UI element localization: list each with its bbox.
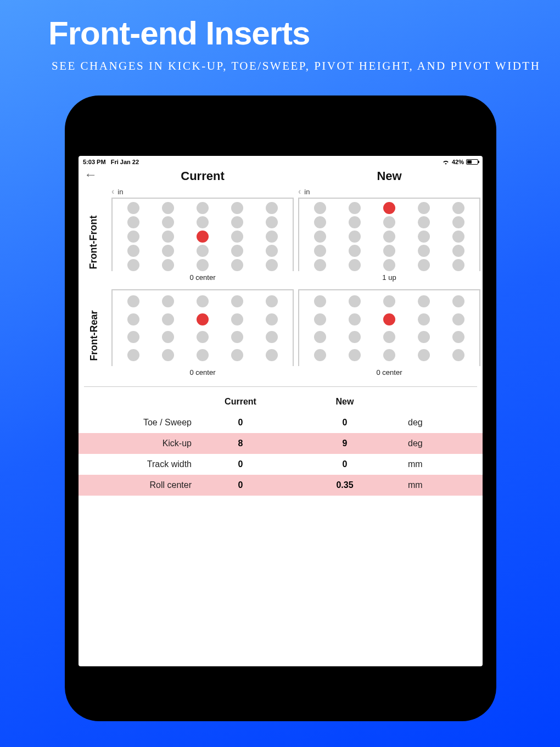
insert-dot[interactable] <box>197 295 209 307</box>
insert-dot[interactable] <box>418 349 430 361</box>
insert-dot[interactable] <box>349 331 361 343</box>
insert-dot[interactable] <box>349 231 361 243</box>
insert-dot[interactable] <box>383 259 395 271</box>
insert-dot[interactable] <box>266 259 278 271</box>
zoom-in-current[interactable]: ‹ in <box>109 187 296 196</box>
insert-dot[interactable] <box>162 313 174 325</box>
insert-dot[interactable] <box>266 313 278 325</box>
insert-dot[interactable] <box>452 331 464 343</box>
insert-dot[interactable] <box>127 216 139 228</box>
insert-dot[interactable] <box>127 313 139 325</box>
insert-dot[interactable] <box>162 331 174 343</box>
insert-dot[interactable] <box>418 313 430 325</box>
insert-dot[interactable] <box>383 313 395 325</box>
insert-dot[interactable] <box>383 231 395 243</box>
insert-dot[interactable] <box>349 295 361 307</box>
insert-dot[interactable] <box>418 259 430 271</box>
insert-dot[interactable] <box>127 231 139 243</box>
insert-dot[interactable] <box>418 245 430 257</box>
insert-dot[interactable] <box>452 202 464 214</box>
insert-dot[interactable] <box>314 231 326 243</box>
insert-dot[interactable] <box>349 259 361 271</box>
insert-grid-front-rear-current[interactable] <box>111 289 294 366</box>
insert-dot[interactable] <box>231 349 243 361</box>
insert-dot[interactable] <box>197 202 209 214</box>
insert-dot[interactable] <box>314 216 326 228</box>
insert-grid-front-rear-new[interactable] <box>298 289 480 366</box>
caption-ff-new: 1 up <box>298 273 480 282</box>
insert-dot[interactable] <box>231 202 243 214</box>
insert-dot[interactable] <box>231 245 243 257</box>
insert-dot[interactable] <box>383 295 395 307</box>
row-unit: mm <box>402 459 483 469</box>
insert-dot[interactable] <box>314 202 326 214</box>
insert-dot[interactable] <box>127 245 139 257</box>
insert-dot[interactable] <box>452 245 464 257</box>
insert-dot[interactable] <box>452 313 464 325</box>
insert-dot[interactable] <box>452 216 464 228</box>
insert-dot[interactable] <box>231 331 243 343</box>
insert-dot[interactable] <box>127 259 139 271</box>
insert-dot[interactable] <box>314 259 326 271</box>
insert-dot[interactable] <box>452 349 464 361</box>
insert-grid-front-front-new[interactable] <box>298 198 480 271</box>
insert-dot[interactable] <box>266 349 278 361</box>
insert-dot[interactable] <box>418 331 430 343</box>
insert-dot[interactable] <box>197 216 209 228</box>
insert-dot[interactable] <box>127 331 139 343</box>
insert-dot[interactable] <box>452 231 464 243</box>
insert-dot[interactable] <box>231 295 243 307</box>
insert-dot[interactable] <box>231 216 243 228</box>
insert-dot[interactable] <box>314 245 326 257</box>
insert-dot[interactable] <box>349 216 361 228</box>
insert-dot[interactable] <box>314 313 326 325</box>
insert-dot[interactable] <box>314 349 326 361</box>
zoom-in-new[interactable]: ‹ in <box>296 187 483 196</box>
insert-dot[interactable] <box>197 313 209 325</box>
insert-dot[interactable] <box>383 331 395 343</box>
insert-dot[interactable] <box>127 349 139 361</box>
insert-dot[interactable] <box>231 259 243 271</box>
insert-dot[interactable] <box>349 202 361 214</box>
insert-dot[interactable] <box>197 231 209 243</box>
insert-dot[interactable] <box>418 231 430 243</box>
insert-dot[interactable] <box>162 202 174 214</box>
insert-dot[interactable] <box>266 331 278 343</box>
chevron-left-icon: ‹ <box>111 187 114 196</box>
insert-dot[interactable] <box>314 331 326 343</box>
insert-dot[interactable] <box>452 295 464 307</box>
row-label: Roll center <box>79 480 194 490</box>
insert-dot[interactable] <box>418 216 430 228</box>
insert-dot[interactable] <box>266 202 278 214</box>
insert-dot[interactable] <box>383 245 395 257</box>
insert-dot[interactable] <box>197 349 209 361</box>
insert-dot[interactable] <box>266 231 278 243</box>
insert-dot[interactable] <box>162 295 174 307</box>
insert-dot[interactable] <box>127 295 139 307</box>
insert-dot[interactable] <box>162 259 174 271</box>
insert-dot[interactable] <box>452 259 464 271</box>
insert-dot[interactable] <box>266 245 278 257</box>
insert-dot[interactable] <box>349 245 361 257</box>
insert-dot[interactable] <box>266 216 278 228</box>
insert-dot[interactable] <box>349 349 361 361</box>
insert-dot[interactable] <box>383 202 395 214</box>
insert-dot[interactable] <box>162 349 174 361</box>
insert-dot[interactable] <box>349 313 361 325</box>
insert-dot[interactable] <box>197 259 209 271</box>
insert-dot[interactable] <box>418 295 430 307</box>
insert-dot[interactable] <box>383 216 395 228</box>
insert-dot[interactable] <box>162 231 174 243</box>
insert-dot[interactable] <box>231 313 243 325</box>
insert-dot[interactable] <box>418 202 430 214</box>
insert-dot[interactable] <box>162 245 174 257</box>
insert-dot[interactable] <box>127 202 139 214</box>
insert-dot[interactable] <box>266 295 278 307</box>
insert-dot[interactable] <box>162 216 174 228</box>
insert-dot[interactable] <box>383 349 395 361</box>
insert-grid-front-front-current[interactable] <box>111 198 294 271</box>
insert-dot[interactable] <box>314 295 326 307</box>
insert-dot[interactable] <box>197 331 209 343</box>
insert-dot[interactable] <box>231 231 243 243</box>
insert-dot[interactable] <box>197 245 209 257</box>
